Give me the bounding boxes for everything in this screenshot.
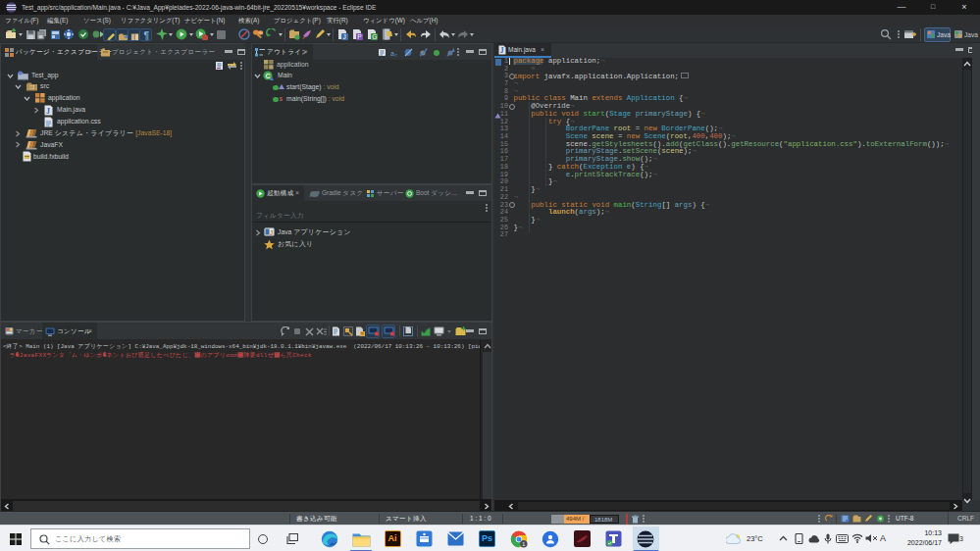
svg-text:C: C — [266, 73, 271, 79]
svg-text:J: J — [270, 229, 274, 236]
svg-text:J: J — [46, 106, 50, 115]
svg-text:J: J — [500, 46, 504, 55]
svg-text:P: P — [357, 33, 361, 40]
svg-text:G: G — [372, 33, 377, 40]
svg-text:z: z — [394, 52, 397, 57]
svg-text:s: s — [279, 95, 283, 102]
svg-text:L: L — [453, 48, 456, 53]
svg-text:1: 1 — [522, 541, 525, 547]
svg-text:J: J — [342, 33, 345, 40]
